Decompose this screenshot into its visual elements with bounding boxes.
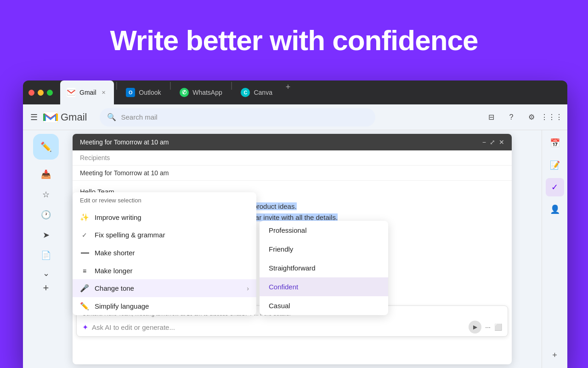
- ai-menu-make-longer[interactable]: ≡ Make longer: [73, 262, 256, 279]
- browser-chrome: Gmail ✕ | O Outlook | ✆ WhatsApp | C Can…: [23, 80, 567, 104]
- gmail-tab-icon: [67, 88, 76, 97]
- make-longer-label: Make longer: [95, 267, 249, 275]
- canva-tab-label: Canva: [254, 89, 272, 96]
- improve-writing-label: Improve writing: [95, 213, 249, 221]
- compose-close-button[interactable]: ✕: [499, 138, 504, 146]
- gmail-tab-label: Gmail: [79, 89, 96, 96]
- gmail-logo-icon: [43, 112, 58, 123]
- gmail-sidebar: ✏️ 📥 ☆ 🕐 ➤ 📄 ⌄ +: [23, 130, 69, 368]
- sidebar-drafts-icon[interactable]: 📄: [30, 246, 62, 264]
- ai-send-button[interactable]: ▶: [469, 321, 481, 334]
- compose-subject-header: Meeting for Tomorrow at 10 am: [80, 138, 169, 146]
- sidebar-snoozed-icon[interactable]: 🕐: [30, 206, 62, 224]
- hero-title: Write better with confidence: [110, 24, 478, 57]
- tone-submenu: Professional Friendly Straightforward Co…: [260, 221, 388, 315]
- sidebar-starred-icon[interactable]: ☆: [30, 185, 62, 204]
- sidebar-inbox-icon[interactable]: 📥: [30, 165, 62, 184]
- tab-separator-3: |: [231, 80, 233, 104]
- compose-minimize-button[interactable]: −: [482, 138, 486, 146]
- ai-menu-header-label: Edit or review selection: [73, 192, 256, 208]
- maximize-traffic-light[interactable]: [47, 90, 53, 96]
- gmail-app-name: Gmail: [61, 111, 87, 123]
- change-tone-icon: 🎤: [80, 284, 89, 293]
- canva-tab-icon: C: [241, 88, 250, 97]
- search-icon: 🔍: [107, 113, 116, 121]
- right-sidebar-tasks-icon[interactable]: ✓: [546, 178, 564, 196]
- gmail-header-icons: ⊟ ? ⚙ ⋮⋮⋮: [483, 109, 560, 126]
- sidebar-sent-icon[interactable]: ➤: [30, 226, 62, 244]
- simplify-language-icon: ✏️: [80, 302, 89, 310]
- tone-friendly[interactable]: Friendly: [260, 240, 388, 259]
- outlook-tab-icon: O: [126, 88, 135, 97]
- browser-window: Gmail ✕ | O Outlook | ✆ WhatsApp | C Can…: [23, 80, 567, 368]
- outlook-tab-label: Outlook: [139, 89, 161, 96]
- compose-pencil-icon: ✏️: [40, 141, 52, 152]
- gmail-header: ☰ Gmail 🔍 Search mail ⊟ ?: [23, 104, 567, 130]
- svg-rect-2: [43, 114, 45, 121]
- gmail-logo-area: Gmail: [43, 111, 87, 123]
- search-placeholder: Search mail: [121, 113, 157, 121]
- fix-spelling-icon: ✓: [80, 231, 89, 239]
- gmail-body: ✏️ 📥 ☆ 🕐 ➤ 📄 ⌄ + Meeting for Tomorrow at…: [23, 130, 567, 368]
- make-longer-icon: ≡: [80, 267, 89, 275]
- traffic-lights: [28, 90, 53, 96]
- tone-confident[interactable]: Confident: [260, 277, 388, 296]
- tab-gmail[interactable]: Gmail ✕: [60, 80, 114, 104]
- gmail-tab-close[interactable]: ✕: [100, 89, 107, 96]
- tabs-container: Gmail ✕ | O Outlook | ✆ WhatsApp | C Can…: [60, 80, 294, 104]
- tone-straightforward[interactable]: Straightforward: [260, 259, 388, 277]
- make-shorter-label: Make shorter: [95, 249, 249, 257]
- whatsapp-tab-label: WhatsApp: [192, 89, 222, 96]
- sidebar-add-icon[interactable]: +: [43, 282, 49, 294]
- ai-menu-fix-spelling[interactable]: ✓ Fix spelling & grammar: [73, 226, 256, 243]
- close-traffic-light[interactable]: [28, 90, 34, 96]
- ai-input-row: ✦ Ask AI to edit or generate... ▶ ··· ⬜: [82, 321, 502, 334]
- compose-popup-header: Meeting for Tomorrow at 10 am − ⤢ ✕: [73, 134, 512, 150]
- gmail-right-sidebar: 📅 📝 ✓ 👤 +: [542, 130, 567, 368]
- apps-icon[interactable]: ⋮⋮⋮: [543, 109, 560, 126]
- compose-header-actions: − ⤢ ✕: [482, 138, 504, 146]
- compose-expand-button[interactable]: ⤢: [490, 138, 495, 146]
- compose-subject-field[interactable]: Meeting for Tomorrow at 10 am: [73, 166, 512, 181]
- sidebar-more-icon[interactable]: ⌄: [43, 268, 50, 278]
- ai-sparkle-icon: ✦: [82, 323, 88, 332]
- add-tab-button[interactable]: +: [282, 80, 294, 93]
- gmail-app: ☰ Gmail 🔍 Search mail ⊟ ?: [23, 104, 567, 368]
- filter-icon[interactable]: ⊟: [483, 109, 499, 126]
- ai-expand-button[interactable]: ⬜: [494, 323, 502, 331]
- change-tone-arrow-icon: ›: [247, 285, 249, 292]
- tab-outlook[interactable]: O Outlook: [119, 80, 167, 104]
- ai-menu-change-tone[interactable]: 🎤 Change tone ›: [73, 279, 256, 297]
- ai-menu: Edit or review selection ✨ Improve writi…: [73, 192, 256, 315]
- tab-canva[interactable]: C Canva: [234, 80, 278, 104]
- make-shorter-icon: —: [80, 248, 89, 258]
- compose-to-field[interactable]: Recipients: [73, 150, 512, 166]
- help-icon[interactable]: ?: [503, 109, 520, 126]
- compose-button[interactable]: ✏️: [33, 134, 59, 160]
- right-sidebar-add-icon[interactable]: +: [546, 346, 564, 364]
- svg-rect-3: [56, 114, 58, 121]
- minimize-traffic-light[interactable]: [38, 90, 44, 96]
- change-tone-label: Change tone: [95, 284, 241, 292]
- right-sidebar-calendar-icon[interactable]: 📅: [546, 134, 564, 152]
- hamburger-menu-icon[interactable]: ☰: [30, 112, 38, 122]
- right-sidebar-contacts-icon[interactable]: 👤: [546, 200, 564, 218]
- tone-professional[interactable]: Professional: [260, 221, 388, 240]
- ai-menu-simplify-language[interactable]: ✏️ Simplify language: [73, 297, 256, 315]
- right-sidebar-notes-icon[interactable]: 📝: [546, 156, 564, 174]
- tab-separator-1: |: [116, 80, 118, 104]
- settings-icon[interactable]: ⚙: [523, 109, 540, 126]
- simplify-language-label: Simplify language: [95, 302, 249, 310]
- ai-more-button[interactable]: ···: [485, 323, 491, 331]
- whatsapp-tab-icon: ✆: [180, 88, 189, 97]
- ai-menu-improve-writing[interactable]: ✨ Improve writing: [73, 208, 256, 226]
- tab-whatsapp[interactable]: ✆ WhatsApp: [173, 80, 229, 104]
- tab-separator-2: |: [170, 80, 172, 104]
- tone-casual[interactable]: Casual: [260, 296, 388, 315]
- gmail-search-bar[interactable]: 🔍 Search mail: [100, 108, 375, 126]
- ai-input-field[interactable]: Ask AI to edit or generate...: [92, 323, 465, 331]
- improve-writing-icon: ✨: [80, 213, 89, 222]
- fix-spelling-label: Fix spelling & grammar: [95, 231, 249, 239]
- ai-menu-make-shorter[interactable]: — Make shorter: [73, 243, 256, 262]
- email-main-area: Meeting for Tomorrow at 10 am − ⤢ ✕ Reci…: [69, 130, 542, 368]
